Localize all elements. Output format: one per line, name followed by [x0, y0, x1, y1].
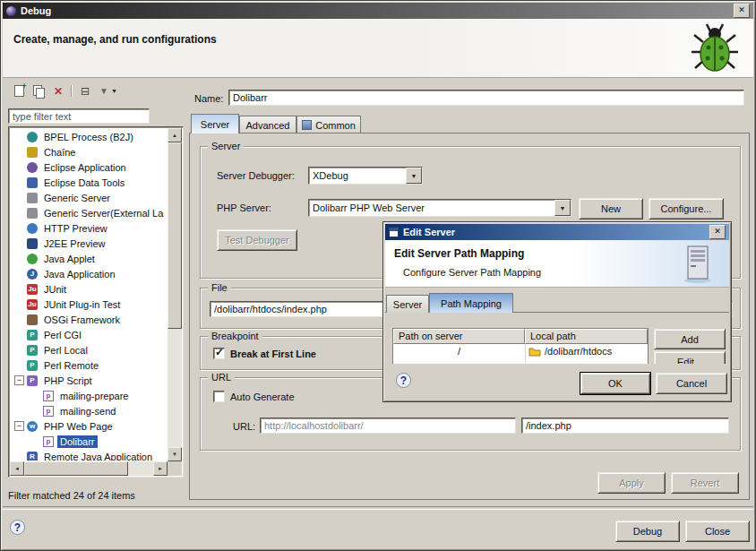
mapping-row[interactable]: //dolibarr/htdocs [393, 344, 648, 358]
tree-item-cha-ne[interactable]: Chaîne [11, 144, 167, 159]
column-path-on-server[interactable]: Path on server [393, 329, 525, 344]
tree-indent [14, 208, 24, 218]
delete-configuration-button[interactable]: ✕ [49, 83, 67, 99]
dialog-tab-server[interactable]: Server [386, 295, 429, 313]
close-window-button[interactable]: ✕ [734, 4, 750, 18]
tree-item-mailing-send[interactable]: pmailing-send [11, 403, 167, 418]
tree-item-php-web-page[interactable]: −wPHP Web Page [11, 418, 167, 434]
tree-indent [14, 360, 24, 370]
tree-item-perl-cgi[interactable]: PPerl CGI [11, 327, 167, 342]
tree-item-bpel-process-b2j[interactable]: BPEL Process (B2J) [11, 129, 167, 144]
tree-item-label: HTTP Preview [41, 222, 110, 235]
vertical-scroll-thumb[interactable] [168, 142, 182, 329]
scroll-down-button[interactable]: ▼ [168, 447, 182, 461]
dialog-heading: Edit Server Path Mapping [394, 247, 524, 260]
filter-input[interactable] [8, 108, 150, 124]
tree-item-osgi-framework[interactable]: OSGi Framework [11, 312, 167, 327]
dropdown-arrow-icon[interactable]: ▼ [554, 200, 571, 216]
tree-indent [30, 436, 40, 446]
horizontal-scroll-thumb[interactable] [24, 461, 128, 476]
php-server-label: PHP Server: [217, 202, 271, 213]
dialog-help-icon[interactable]: ? [396, 373, 411, 388]
ok-button[interactable]: OK [580, 373, 650, 394]
tree-item-label: Eclipse Data Tools [41, 176, 127, 189]
file-group-label: File [208, 282, 231, 293]
tree-item-mailing-prepare[interactable]: pmailing-prepare [11, 388, 167, 403]
new-configuration-icon: + [14, 85, 24, 97]
scroll-up-button[interactable]: ▲ [168, 128, 182, 142]
dialog-tab-path-mapping[interactable]: Path Mapping [429, 293, 513, 313]
tab-advanced[interactable]: Advanced [239, 116, 296, 133]
tree-item-perl-local[interactable]: PPerl Local [11, 342, 167, 357]
tree-item-java-applet[interactable]: Java Applet [11, 251, 167, 266]
tree-item-remote-java-application[interactable]: RRemote Java Application [11, 449, 167, 461]
tree-item-label: Java Applet [41, 253, 98, 265]
help-icon[interactable]: ? [10, 520, 25, 535]
close-button[interactable]: Close [685, 521, 750, 542]
filter-options-button[interactable]: ▼▼ [96, 83, 121, 99]
dialog-close-button[interactable]: ✕ [709, 225, 726, 239]
debug-button[interactable]: Debug [615, 521, 680, 542]
revert-button[interactable]: Revert [671, 472, 739, 494]
break-first-line-checkbox[interactable] [213, 348, 225, 359]
tree-item-dolibarr[interactable]: pDolibarr [11, 434, 167, 449]
tree-item-junit[interactable]: JuJUnit [11, 281, 167, 297]
new-server-button[interactable]: New [579, 198, 643, 220]
tree-vertical-scrollbar[interactable]: ▲ ▼ [168, 128, 182, 461]
collapse-all-button[interactable]: ⊟ [76, 83, 94, 99]
osgi-icon [27, 314, 38, 325]
filter-icon: ▼ [99, 86, 108, 96]
tree-expander-icon[interactable]: − [14, 375, 24, 385]
tree-item-label: Perl CGI [41, 329, 84, 341]
duplicate-configuration-button[interactable] [30, 83, 47, 99]
tree-indent [14, 238, 24, 248]
server-icon [27, 208, 38, 219]
tree-item-generic-server-external-la[interactable]: Generic Server(External La [11, 205, 167, 220]
name-input[interactable] [228, 90, 744, 106]
scroll-right-button[interactable]: ► [153, 461, 168, 476]
tab-server[interactable]: Server [191, 114, 239, 133]
url-path-input[interactable] [521, 418, 729, 434]
scroll-left-button[interactable]: ◄ [10, 461, 24, 476]
tree-indent [14, 452, 24, 461]
tree-item-eclipse-application[interactable]: Eclipse Application [11, 159, 167, 175]
tree-indent [14, 162, 24, 172]
configure-server-button[interactable]: Configure... [649, 198, 724, 220]
dialog-button-bar: ? OK Cancel [385, 364, 729, 400]
add-mapping-button[interactable]: Add [654, 329, 726, 349]
dropdown-arrow-icon[interactable]: ▼ [406, 168, 422, 184]
tab-advanced-label: Advanced [246, 120, 290, 131]
tree-horizontal-scrollbar[interactable]: ◄ ► [10, 461, 168, 476]
tree-item-label: OSGi Framework [41, 314, 123, 326]
dialog-tab-server-label: Server [393, 299, 422, 310]
configuration-tree-panel: BPEL Process (B2J)ChaîneEclipse Applicat… [8, 126, 184, 478]
tree-item-perl-remote[interactable]: PPerl Remote [11, 357, 167, 373]
window-icon [6, 6, 16, 16]
tree-indent [14, 314, 24, 324]
tree-item-php-script[interactable]: −PPHP Script [11, 373, 167, 388]
footer-separator [3, 506, 753, 510]
tree-item-eclipse-data-tools[interactable]: Eclipse Data Tools [11, 175, 167, 190]
bug-icon [691, 22, 739, 74]
auto-generate-checkbox[interactable] [213, 391, 225, 402]
new-configuration-button[interactable]: + [10, 83, 28, 99]
applet-icon [27, 254, 38, 264]
column-local-path[interactable]: Local path [525, 329, 648, 344]
test-debugger-button[interactable]: Test Debugger [217, 229, 297, 251]
remote-java-icon: R [27, 452, 38, 461]
tree-item-j2ee-preview[interactable]: J2EE Preview [11, 236, 167, 251]
tab-common-label: Common [315, 120, 356, 131]
apply-button[interactable]: Apply [597, 472, 666, 494]
tree-indent [14, 330, 24, 340]
server-debugger-select[interactable]: XDebug ▼ [308, 167, 423, 185]
tree-expander-icon[interactable]: − [14, 421, 24, 431]
tab-common[interactable]: Common [296, 116, 361, 133]
tree-item-http-preview[interactable]: HTTP Preview [11, 220, 167, 236]
tree-item-junit-plug-in-test[interactable]: JuJUnit Plug-in Test [11, 297, 167, 312]
php-file-icon: p [43, 406, 54, 417]
cancel-button[interactable]: Cancel [656, 373, 727, 394]
tree-item-java-application[interactable]: JJava Application [11, 266, 167, 281]
php-server-select[interactable]: Dolibarr PHP Web Server ▼ [308, 199, 571, 217]
banner-message: Create, manage, and run configurations [13, 33, 217, 46]
tree-item-generic-server[interactable]: Generic Server [11, 190, 167, 205]
